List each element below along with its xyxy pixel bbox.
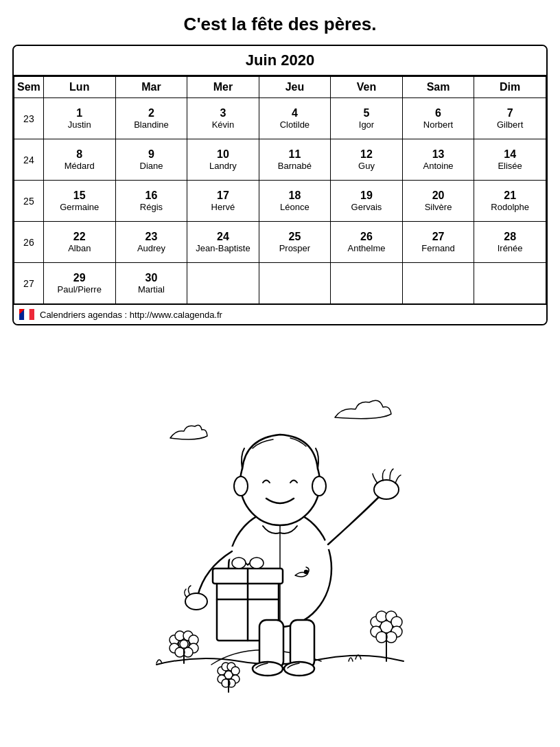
day-saint: Guy <box>332 161 401 171</box>
day-number: 3 <box>189 107 257 119</box>
week-number: 27 <box>14 263 44 304</box>
day-number: 11 <box>261 148 329 161</box>
calendar-day-cell: 28Irénée <box>474 222 546 263</box>
calendar-day-cell: 20Silvère <box>402 181 474 222</box>
calendar-day-cell: 14Elisée <box>474 139 546 181</box>
calendar-day-cell: 26Anthelme <box>331 222 403 263</box>
flag-icon <box>19 309 34 320</box>
day-saint: Landry <box>189 161 257 171</box>
day-saint: Justin <box>45 119 114 130</box>
calendar-day-cell: 10Landry <box>187 139 259 181</box>
svg-point-43 <box>376 632 387 643</box>
calendar-day-cell: 1Justin <box>43 98 115 139</box>
calendar-day-cell: 5Igor <box>331 98 403 139</box>
day-number: 7 <box>476 107 544 119</box>
svg-point-18 <box>250 558 264 568</box>
calendar-week-row: 2515Germaine16Régis17Hervé18Léonce19Gerv… <box>14 181 546 222</box>
calendar-day-cell: 6Norbert <box>402 98 474 139</box>
day-number: 26 <box>332 231 401 243</box>
day-number: 28 <box>476 231 544 243</box>
day-saint: Léonce <box>261 202 329 212</box>
calendar-day-cell: 25Prosper <box>259 222 330 263</box>
calendar-day-cell <box>474 263 546 304</box>
page-title: C'est la fête des pères. <box>184 14 377 35</box>
day-saint: Barnabé <box>261 161 329 171</box>
day-saint: Jean-Baptiste <box>189 243 257 253</box>
day-number: 9 <box>117 148 186 161</box>
calendar-day-cell: 7Gilbert <box>474 98 546 139</box>
day-number: 22 <box>45 231 114 243</box>
day-header-jeu: Jeu <box>259 77 330 98</box>
calendar-day-cell <box>259 263 330 304</box>
day-header-mar: Mar <box>115 77 187 98</box>
day-saint: Audrey <box>117 243 186 253</box>
day-number: 19 <box>332 189 401 202</box>
svg-point-17 <box>232 558 246 568</box>
day-number: 10 <box>189 148 257 161</box>
calendar-day-cell: 22Alban <box>43 222 115 263</box>
day-number: 4 <box>261 107 329 119</box>
day-number: 27 <box>404 231 472 243</box>
calendar-week-row: 231Justin2Blandine3Kévin4Clotilde5Igor6N… <box>14 98 546 139</box>
calendar-day-cell: 2Blandine <box>115 98 187 139</box>
day-number: 20 <box>404 189 472 202</box>
day-saint: Elisée <box>476 161 544 171</box>
day-header-sam: Sam <box>402 77 474 98</box>
calendar-day-cell: 8Médard <box>43 139 115 181</box>
calendar-day-cell: 9Diane <box>115 139 187 181</box>
svg-rect-2 <box>24 309 29 320</box>
calendar-day-cell: 12Guy <box>331 139 403 181</box>
day-number: 12 <box>332 148 401 161</box>
day-number: 6 <box>404 107 472 119</box>
day-saint: Germaine <box>45 202 114 212</box>
calendar-day-cell: 16Régis <box>115 181 187 222</box>
calendar-week-row: 248Médard9Diane10Landry11Barnabé12Guy13A… <box>14 139 546 181</box>
svg-point-50 <box>231 667 240 675</box>
week-number: 26 <box>14 222 44 263</box>
day-saint: Alban <box>45 243 114 253</box>
svg-point-10 <box>312 476 326 496</box>
day-saint: Médard <box>45 161 114 171</box>
day-header-lun: Lun <box>43 77 115 98</box>
calendar-day-cell: 17Hervé <box>187 181 259 222</box>
svg-rect-20 <box>259 620 283 668</box>
day-number: 21 <box>476 189 544 202</box>
calendar-day-cell <box>187 263 259 304</box>
week-number: 25 <box>14 181 44 222</box>
calendar-day-cell: 13Antoine <box>402 139 474 181</box>
day-number: 5 <box>332 107 401 119</box>
day-saint: Régis <box>117 202 186 212</box>
calendar-day-cell: 29Paul/Pierre <box>43 263 115 304</box>
calendar-day-cell: 21Rodolphe <box>474 181 546 222</box>
week-number: 23 <box>14 98 44 139</box>
day-saint: Antoine <box>404 161 472 171</box>
day-number: 25 <box>261 231 329 243</box>
svg-point-9 <box>234 476 248 496</box>
day-number: 14 <box>476 148 544 161</box>
calendar-container: Juin 2020 SemLunMarMerJeuVenSamDim 231Ju… <box>12 45 548 325</box>
sem-header: Sem <box>14 77 44 98</box>
calendar-day-cell <box>331 263 403 304</box>
calendar-day-cell: 3Kévin <box>187 98 259 139</box>
day-number: 29 <box>45 272 114 284</box>
day-saint: Blandine <box>117 119 186 130</box>
day-saint: Kévin <box>189 119 257 130</box>
day-number: 13 <box>404 148 472 161</box>
day-number: 16 <box>117 189 186 202</box>
day-header-dim: Dim <box>474 77 546 98</box>
day-number: 8 <box>45 148 114 161</box>
calendar-day-cell: 11Barnabé <box>259 139 330 181</box>
day-saint: Prosper <box>261 243 329 253</box>
calendar-week-row: 2729Paul/Pierre30Martial <box>14 263 546 304</box>
footer-text: Calendriers agendas : http://www.calagen… <box>40 310 222 320</box>
day-number: 23 <box>117 231 186 243</box>
calendar-day-cell: 18Léonce <box>259 181 330 222</box>
calendar-day-cell: 4Clotilde <box>259 98 330 139</box>
illustration <box>115 349 445 706</box>
calendar-day-cell: 27Fernand <box>402 222 474 263</box>
day-number: 18 <box>261 189 329 202</box>
day-number: 17 <box>189 189 257 202</box>
day-saint: Martial <box>117 284 186 295</box>
day-saint: Silvère <box>404 202 472 212</box>
day-saint: Diane <box>117 161 186 171</box>
